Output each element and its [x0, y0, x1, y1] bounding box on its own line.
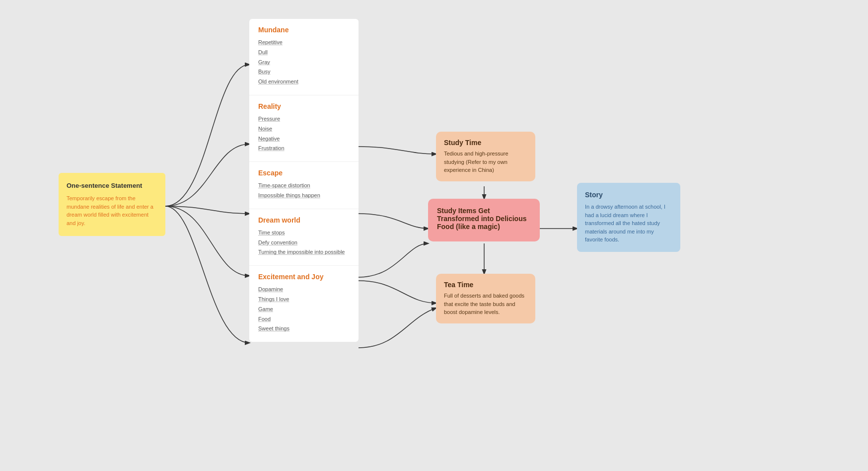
story-text: In a drowsy afternoon at school, I had a…	[585, 203, 672, 244]
dream-world-item-0: Time stops	[258, 228, 350, 238]
excitement-joy-item-2: Game	[258, 305, 350, 314]
tea-time-title: Tea Time	[444, 281, 527, 289]
dream-world-item-2: Turning the impossible into possible	[258, 247, 350, 257]
excitement-joy-item-3: Food	[258, 314, 350, 324]
dream-world-item-1: Defy convention	[258, 238, 350, 248]
dream-world-box: Dream world Time stops Defy convention T…	[249, 209, 359, 266]
mundane-title: Mundane	[258, 26, 350, 34]
study-items-title: Study Items Get Transformed into Delicio…	[437, 207, 531, 231]
concept-column: Mundane Repetitive Dull Gray Busy Old en…	[249, 19, 359, 342]
escape-item-1: Impossible things happen	[258, 191, 350, 201]
reality-title: Reality	[258, 102, 350, 110]
mundane-item-2: Gray	[258, 58, 350, 68]
escape-box: Escape Time-space distortion Impossible …	[249, 162, 359, 209]
tea-time-text: Full of desserts and baked goods that ex…	[444, 292, 527, 316]
mundane-item-3: Busy	[258, 67, 350, 77]
excitement-joy-title: Excitement and Joy	[258, 273, 350, 281]
statement-text: Temporarily escape from the mundane real…	[67, 194, 157, 227]
dream-world-title: Dream world	[258, 216, 350, 224]
excitement-joy-item-0: Dopamine	[258, 285, 350, 295]
excitement-joy-item-1: Things I love	[258, 295, 350, 305]
excitement-joy-box: Excitement and Joy Dopamine Things I lov…	[249, 266, 359, 342]
escape-item-0: Time-space distortion	[258, 181, 350, 191]
mundane-item-1: Dull	[258, 48, 350, 58]
study-items-box: Study Items Get Transformed into Delicio…	[428, 199, 540, 241]
escape-title: Escape	[258, 169, 350, 177]
excitement-joy-item-4: Sweet things	[258, 324, 350, 334]
reality-item-2: Negative	[258, 134, 350, 144]
reality-box: Reality Pressure Noise Negative Frustrat…	[249, 95, 359, 162]
story-title: Story	[585, 191, 672, 199]
statement-box: One-sentence Statement Temporarily escap…	[59, 173, 165, 236]
mundane-item-4: Old environment	[258, 77, 350, 87]
reality-item-3: Frustration	[258, 144, 350, 154]
study-time-box: Study Time Tedious and high-pressure stu…	[436, 132, 535, 181]
mundane-box: Mundane Repetitive Dull Gray Busy Old en…	[249, 19, 359, 95]
reality-item-1: Noise	[258, 124, 350, 134]
study-time-title: Study Time	[444, 139, 527, 147]
mundane-item-0: Repetitive	[258, 38, 350, 48]
study-time-text: Tedious and high-pressure studying (Refe…	[444, 150, 527, 174]
reality-item-0: Pressure	[258, 114, 350, 124]
tea-time-box: Tea Time Full of desserts and baked good…	[436, 274, 535, 323]
story-box: Story In a drowsy afternoon at school, I…	[577, 183, 680, 252]
statement-title: One-sentence Statement	[67, 182, 157, 189]
